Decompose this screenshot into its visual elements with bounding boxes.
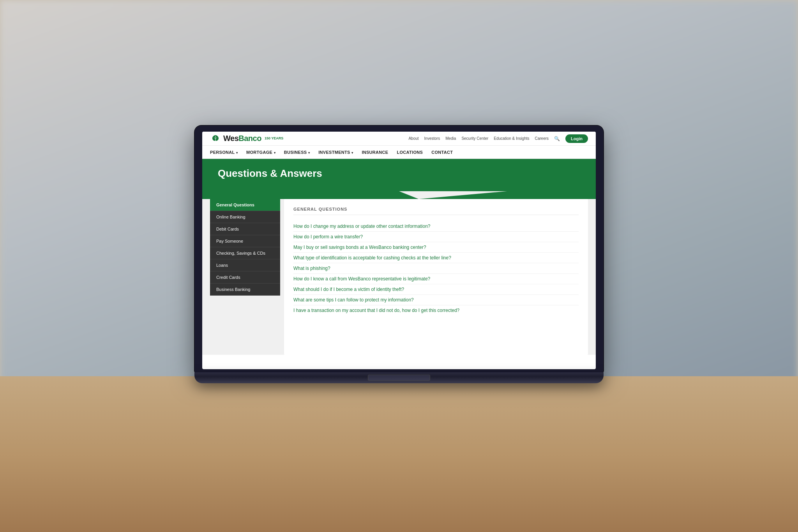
faq-item-7[interactable]: What are some tips I can follow to prote…: [293, 295, 579, 305]
faq-item-0[interactable]: How do I change my address or update oth…: [293, 221, 579, 232]
nav-business[interactable]: BUSINESS ▾: [284, 150, 310, 155]
sidebar-item-debit-cards[interactable]: Debit Cards: [210, 223, 280, 235]
logo-badge: 150 YEARS: [265, 137, 283, 141]
sidebar-item-pay-someone[interactable]: Pay Someone: [210, 235, 280, 247]
nav-investments[interactable]: INVESTMENTS ▾: [318, 150, 353, 155]
logo-area: WesBanco 150 YEARS: [210, 134, 283, 143]
faq-item-8[interactable]: I have a transaction on my account that …: [293, 305, 579, 315]
logo-wes: Wes: [223, 134, 238, 143]
nav-personal[interactable]: PERSONAL ▾: [210, 150, 238, 155]
faq-item-4[interactable]: What is phishing?: [293, 263, 579, 274]
sidebar-item-loans[interactable]: Loans: [210, 259, 280, 271]
sidebar-item-business-banking[interactable]: Business Banking: [210, 284, 280, 296]
faq-item-3[interactable]: What type of identification is acceptabl…: [293, 253, 579, 263]
logo-banco: Banco: [238, 134, 261, 143]
logo-text: WesBanco: [223, 134, 261, 143]
nav-locations[interactable]: LOCATIONS: [397, 150, 423, 155]
sidebar: General Questions Online Banking Debit C…: [210, 199, 280, 355]
nav-media[interactable]: Media: [445, 136, 456, 141]
faq-item-6[interactable]: What should I do if I become a victim of…: [293, 284, 579, 295]
laptop-screen-bezel: WesBanco 150 YEARS About Investors Media…: [194, 125, 604, 372]
utility-nav: About Investors Media Security Center Ed…: [408, 134, 588, 143]
nav-contact[interactable]: CONTACT: [431, 150, 453, 155]
utility-bar: WesBanco 150 YEARS About Investors Media…: [202, 132, 596, 146]
sidebar-item-online-banking[interactable]: Online Banking: [210, 211, 280, 223]
laptop-base: [194, 372, 604, 383]
nav-about[interactable]: About: [408, 136, 418, 141]
desk-surface: [0, 376, 798, 532]
sidebar-item-credit-cards[interactable]: Credit Cards: [210, 271, 280, 284]
laptop-trackpad: [368, 375, 430, 381]
nav-education[interactable]: Education & Insights: [494, 136, 529, 141]
wesbanco-logo-icon: [210, 134, 221, 143]
hero-banner: Questions & Answers: [202, 159, 596, 191]
faq-item-5[interactable]: How do I know a call from WesBanco repre…: [293, 274, 579, 284]
faq-item-1[interactable]: How do I perform a wire transfer?: [293, 232, 579, 242]
nav-investors[interactable]: Investors: [424, 136, 440, 141]
laptop: WesBanco 150 YEARS About Investors Media…: [194, 125, 604, 383]
nav-insurance[interactable]: INSURANCE: [362, 150, 388, 155]
search-icon[interactable]: 🔍: [554, 136, 560, 141]
website: WesBanco 150 YEARS About Investors Media…: [202, 132, 596, 369]
nav-careers[interactable]: Careers: [535, 136, 549, 141]
laptop-screen: WesBanco 150 YEARS About Investors Media…: [202, 132, 596, 369]
sidebar-item-checking-savings[interactable]: Checking, Savings & CDs: [210, 247, 280, 259]
content-area: General Questions Online Banking Debit C…: [202, 191, 596, 355]
main-nav: PERSONAL ▾ MORTGAGE ▾ BUSINESS ▾ INVESTM…: [202, 146, 596, 159]
page-title: Questions & Answers: [218, 167, 580, 180]
faq-panel: GENERAL QUESTIONS How do I change my add…: [284, 199, 588, 355]
nav-security[interactable]: Security Center: [461, 136, 488, 141]
nav-mortgage[interactable]: MORTGAGE ▾: [246, 150, 275, 155]
faq-item-2[interactable]: May I buy or sell savings bonds at a Wes…: [293, 242, 579, 253]
faq-section-title: GENERAL QUESTIONS: [293, 207, 579, 215]
login-button[interactable]: Login: [565, 134, 588, 143]
sidebar-item-general[interactable]: General Questions: [210, 199, 280, 211]
